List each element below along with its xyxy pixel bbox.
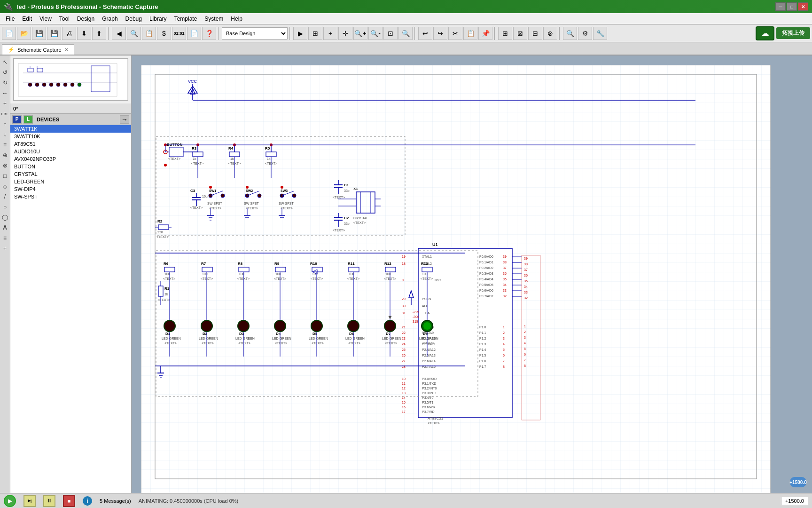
- cut-button[interactable]: ✂: [448, 27, 462, 40]
- device-item-avx0402npo33p[interactable]: AVX0402NPO33P: [10, 155, 131, 163]
- no-connect-tool[interactable]: ◇: [0, 182, 10, 191]
- rotate-ccw[interactable]: ↻: [0, 78, 10, 87]
- messages-section[interactable]: 5 Message(s): [100, 498, 131, 504]
- menu-edit[interactable]: Edit: [18, 15, 36, 23]
- pause-button[interactable]: ⏸: [43, 495, 55, 507]
- bom-button[interactable]: $: [157, 27, 171, 40]
- zoom-indicator: 0°: [10, 103, 131, 114]
- svg-text:R11: R11: [348, 262, 355, 266]
- device-item-led-green[interactable]: LED-GREEN: [10, 178, 131, 185]
- export-button[interactable]: ⬆: [92, 27, 106, 40]
- tab-close-button[interactable]: ✕: [64, 47, 68, 52]
- menu-system[interactable]: System: [201, 15, 227, 23]
- device-item-sw-spst[interactable]: SW-SPST: [10, 193, 131, 200]
- menu-file[interactable]: File: [2, 15, 18, 23]
- schematic-tab[interactable]: ⚡ Schematic Capture ✕: [2, 44, 74, 55]
- report-button[interactable]: 📄: [187, 27, 201, 40]
- block-move-button[interactable]: ⊠: [513, 27, 527, 40]
- menu-help[interactable]: Help: [227, 15, 246, 23]
- bus-tool[interactable]: ≡: [0, 140, 10, 150]
- minimize-button[interactable]: ─: [775, 2, 786, 11]
- search-schematic-button[interactable]: 🔍: [563, 27, 577, 40]
- property-button[interactable]: ⚙: [578, 27, 592, 40]
- close-button[interactable]: ✕: [798, 2, 808, 11]
- block-delete-button[interactable]: ⊗: [543, 27, 557, 40]
- device-item-at89c51[interactable]: AT89C51: [10, 140, 131, 148]
- annotate-button[interactable]: 01:01: [172, 27, 186, 40]
- move-down[interactable]: ↓: [0, 130, 10, 139]
- device-item-audio10u[interactable]: AUDIO10U: [10, 148, 131, 155]
- paste-button[interactable]: 📌: [478, 27, 492, 40]
- back-button[interactable]: ◀: [112, 27, 126, 40]
- new-button[interactable]: 📄: [2, 27, 16, 40]
- zoom-out-button[interactable]: 🔍-: [368, 27, 383, 40]
- move-up[interactable]: ↑: [0, 119, 10, 129]
- wire-tool[interactable]: ⊕: [0, 151, 10, 160]
- rotate-cw[interactable]: ↺: [0, 68, 10, 77]
- block-copy-button[interactable]: ⊞: [498, 27, 512, 40]
- line-tool[interactable]: /: [0, 192, 10, 201]
- p-button[interactable]: P: [12, 115, 22, 124]
- stop-button[interactable]: ■: [63, 495, 75, 507]
- zoom-fit-button[interactable]: ⊡: [383, 27, 398, 40]
- device-item-crystal[interactable]: CRYSTAL: [10, 170, 131, 178]
- l-button[interactable]: L: [23, 115, 33, 124]
- menu-debug[interactable]: Debug: [122, 15, 146, 23]
- origin-button[interactable]: +: [323, 27, 337, 40]
- netlist-button[interactable]: 📋: [142, 27, 156, 40]
- crosshair-button[interactable]: ✛: [338, 27, 352, 40]
- menu-design[interactable]: Design: [73, 15, 98, 23]
- arrow-right-btn[interactable]: →: [120, 115, 129, 124]
- arc-tool[interactable]: ◯: [0, 213, 10, 222]
- open-button[interactable]: 📂: [17, 27, 31, 40]
- run-button[interactable]: ▶: [293, 27, 307, 40]
- tool-extra-button[interactable]: 🔧: [593, 27, 607, 40]
- add-tool[interactable]: +: [0, 244, 10, 253]
- save-as-button[interactable]: 💾: [47, 27, 61, 40]
- circle-tool[interactable]: ○: [0, 202, 10, 212]
- device-item-button[interactable]: BUTTON: [10, 163, 131, 170]
- block-rotate-button[interactable]: ⊟: [528, 27, 542, 40]
- text-tool[interactable]: A: [0, 223, 10, 232]
- copy-button[interactable]: 📋: [463, 27, 477, 40]
- label-tool[interactable]: LBL: [0, 109, 10, 119]
- save-button[interactable]: 💾: [32, 27, 46, 40]
- import-button[interactable]: ⬇: [77, 27, 91, 40]
- zoom-area-button[interactable]: 🔍: [398, 27, 413, 40]
- print-button[interactable]: 🖨: [62, 27, 76, 40]
- redo-button[interactable]: ↪: [433, 27, 447, 40]
- menu-view[interactable]: View: [36, 15, 55, 23]
- device-item-sw-dip4[interactable]: SW-DIP4: [10, 185, 131, 193]
- zoom-in-button[interactable]: 🔍+: [353, 27, 367, 40]
- menu-graph[interactable]: Graph: [98, 15, 121, 23]
- play-button[interactable]: ▶: [4, 495, 16, 507]
- device-item-3watt10k[interactable]: 3WATT10K: [10, 133, 131, 140]
- svg-text:<TEXT>: <TEXT>: [156, 235, 169, 238]
- help-button[interactable]: ❓: [202, 27, 216, 40]
- schematic-canvas[interactable]: VCC BUTTON <TEXT> R2 220 <TEXT>: [141, 65, 771, 493]
- symbol-tool[interactable]: ≡: [0, 233, 10, 243]
- maximize-button[interactable]: □: [787, 2, 797, 11]
- menu-library[interactable]: Library: [146, 15, 171, 23]
- upload-icon[interactable]: ☁: [756, 26, 774, 40]
- canvas-area[interactable]: VCC BUTTON <TEXT> R2 220 <TEXT>: [132, 56, 812, 493]
- step-play-button[interactable]: ▶|: [23, 495, 36, 507]
- select-tool[interactable]: ↖: [0, 57, 10, 67]
- menu-template[interactable]: Template: [171, 15, 201, 23]
- svg-text:XTAL1: XTAL1: [422, 255, 432, 258]
- flip-h[interactable]: ↔: [0, 88, 10, 98]
- upload-button[interactable]: 拓接上传: [776, 27, 810, 39]
- svg-text:LED-GREEN: LED-GREEN: [199, 337, 218, 340]
- undo-button[interactable]: ↩: [418, 27, 432, 40]
- net-tool[interactable]: ⊗: [0, 161, 10, 170]
- place-component[interactable]: +: [0, 99, 10, 108]
- find-button[interactable]: 🔍: [127, 27, 141, 40]
- device-list[interactable]: 3WATT1K3WATT10KAT89C51AUDIO10UAVX0402NPO…: [10, 125, 131, 493]
- design-select[interactable]: Base Design: [222, 27, 288, 40]
- menu-tool[interactable]: Tool: [55, 15, 73, 23]
- svg-text:38: 38: [524, 262, 528, 266]
- separator-4: [414, 27, 416, 40]
- junction-tool[interactable]: □: [0, 171, 10, 181]
- grid-button[interactable]: ⊞: [308, 27, 322, 40]
- device-item-3watt1k[interactable]: 3WATT1K: [10, 125, 131, 133]
